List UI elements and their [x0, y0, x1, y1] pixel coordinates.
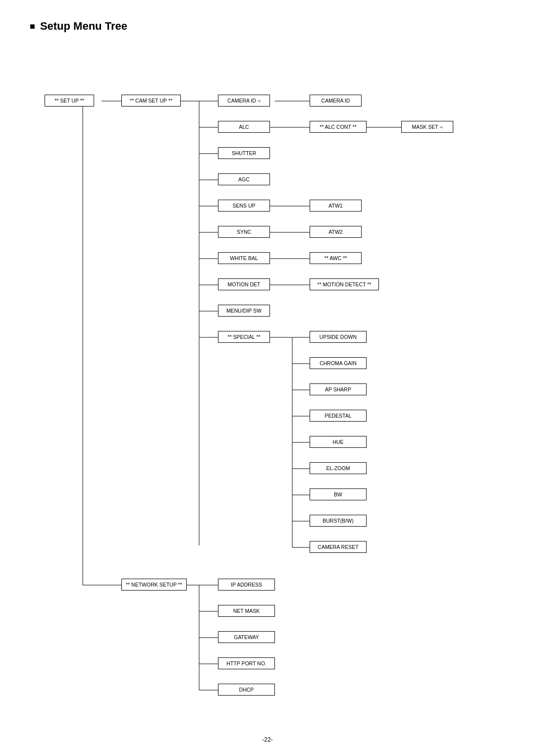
- camera-id-menu-box: CAMERA ID ¬: [218, 95, 270, 107]
- tree-diagram: ** SET UP ** ** CAM SET UP ** CAMERA ID …: [30, 48, 505, 716]
- awc-box: ** AWC **: [310, 252, 362, 264]
- page-title: Setup Menu Tree: [30, 20, 505, 33]
- hue-box: HUE: [310, 436, 367, 448]
- menu-dip-box: MENU/DIP SW: [218, 305, 270, 317]
- el-zoom-box: EL-ZOOM: [310, 462, 367, 474]
- upside-down-box: UPSIDE DOWN: [310, 331, 367, 343]
- burst-bw-box: BURST(B/W): [310, 515, 367, 527]
- ap-sharp-box: AP SHARP: [310, 383, 367, 395]
- mask-set-box: MASK SET ¬: [401, 121, 453, 133]
- page-number: -22-: [30, 736, 505, 743]
- camera-reset-box: CAMERA RESET: [310, 541, 367, 553]
- chroma-gain-box: CHROMA GAIN: [310, 357, 367, 369]
- white-bal-box: WHITE BAL: [218, 252, 270, 264]
- atw2-box: ATW2: [310, 226, 362, 238]
- network-setup-box: ** NETWORK SETUP **: [121, 579, 187, 591]
- dhcp-box: DHCP: [218, 684, 275, 696]
- sync-box: SYNC: [218, 226, 270, 238]
- pedestal-box: PEDESTAL: [310, 410, 367, 422]
- sens-up-box: SENS UP: [218, 200, 270, 212]
- agc-box: AGC: [218, 173, 270, 185]
- setup-box: ** SET UP **: [45, 95, 94, 107]
- atw1-box: ATW1: [310, 200, 362, 212]
- cam-setup-box: ** CAM SET UP **: [121, 95, 181, 107]
- bw-box: BW: [310, 488, 367, 500]
- camera-id-box: CAMERA ID: [310, 95, 362, 107]
- shutter-box: SHUTTER: [218, 147, 270, 159]
- net-mask-box: NET MASK: [218, 605, 275, 617]
- motion-detect-box: ** MOTION DETECT **: [310, 278, 379, 290]
- motion-det-box: MOTION DET: [218, 278, 270, 290]
- special-box: ** SPECIAL **: [218, 331, 270, 343]
- ip-address-box: IP ADDRESS: [218, 579, 275, 591]
- alc-box: ALC: [218, 121, 270, 133]
- alc-cont-box: ** ALC CONT **: [310, 121, 367, 133]
- http-port-box: HTTP PORT NO.: [218, 657, 275, 669]
- gateway-box: GATEWAY: [218, 631, 275, 643]
